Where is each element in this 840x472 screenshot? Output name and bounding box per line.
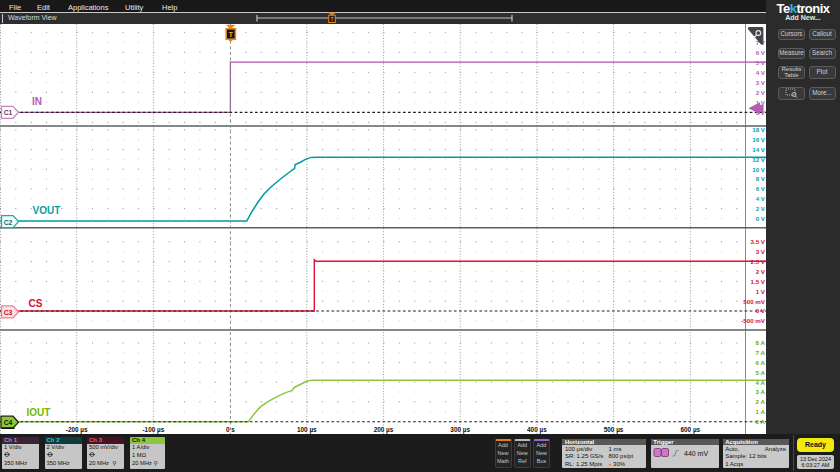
svg-text:VOUT: VOUT — [33, 205, 61, 216]
svg-text:16 V: 16 V — [752, 136, 766, 143]
svg-text:6 V: 6 V — [756, 49, 766, 56]
svg-text:6 V: 6 V — [756, 185, 766, 192]
svg-text:C4: C4 — [4, 419, 13, 426]
svg-text:4 A: 4 A — [756, 379, 766, 386]
svg-text:500 mV: 500 mV — [743, 298, 766, 305]
svg-text:0 s: 0 s — [226, 426, 235, 433]
svg-text:IN: IN — [32, 96, 42, 107]
svg-text:C2: C2 — [4, 219, 13, 226]
svg-text:T: T — [229, 30, 234, 39]
svg-text:5 V: 5 V — [756, 59, 766, 66]
svg-text:500 µs: 500 µs — [604, 426, 624, 434]
svg-text:2 A: 2 A — [756, 398, 766, 405]
svg-text:CS: CS — [29, 298, 43, 309]
svg-text:T: T — [330, 16, 334, 22]
svg-text:IOUT: IOUT — [26, 407, 50, 418]
svg-text:2.5 V: 2.5 V — [751, 258, 766, 265]
svg-text:1.5 V: 1.5 V — [751, 278, 766, 285]
svg-text:100 µs: 100 µs — [297, 426, 317, 434]
svg-text:-500 mV: -500 mV — [741, 317, 766, 324]
svg-text:440 mV: 440 mV — [684, 450, 708, 457]
svg-text:3 A: 3 A — [756, 388, 766, 395]
svg-text:1 V: 1 V — [756, 288, 766, 295]
svg-text:300 µs: 300 µs — [450, 426, 470, 434]
svg-text:0 V: 0 V — [756, 307, 766, 314]
svg-text:400 µs: 400 µs — [527, 426, 547, 434]
svg-text:12 V: 12 V — [752, 156, 766, 163]
svg-text:-200 µs: -200 µs — [66, 426, 88, 434]
svg-text:5 A: 5 A — [756, 369, 766, 376]
svg-text:8 V: 8 V — [756, 175, 766, 182]
svg-text:14 V: 14 V — [752, 146, 766, 153]
svg-text:0 A: 0 A — [756, 418, 766, 425]
svg-text:8 A: 8 A — [756, 339, 766, 346]
svg-text:2 V: 2 V — [756, 205, 766, 212]
svg-text:2 V: 2 V — [756, 89, 766, 96]
svg-text:0 V: 0 V — [756, 215, 766, 222]
svg-text:10 V: 10 V — [752, 166, 766, 173]
svg-text:4 V: 4 V — [756, 195, 766, 202]
svg-text:C3: C3 — [4, 309, 13, 316]
svg-text:600 µs: 600 µs — [680, 426, 700, 434]
svg-text:3.5 V: 3.5 V — [751, 238, 766, 245]
svg-text:6 A: 6 A — [756, 359, 766, 366]
svg-text:3 V: 3 V — [756, 79, 766, 86]
svg-text:2 V: 2 V — [756, 268, 766, 275]
svg-text:1 A: 1 A — [756, 408, 766, 415]
svg-text:200 µs: 200 µs — [374, 426, 394, 434]
svg-text:3 V: 3 V — [756, 248, 766, 255]
svg-text:C1: C1 — [4, 109, 13, 116]
svg-text:4 V: 4 V — [756, 69, 766, 76]
svg-text:7 A: 7 A — [756, 349, 766, 356]
svg-text:18 V: 18 V — [752, 126, 766, 133]
svg-text:-100 µs: -100 µs — [142, 426, 164, 434]
